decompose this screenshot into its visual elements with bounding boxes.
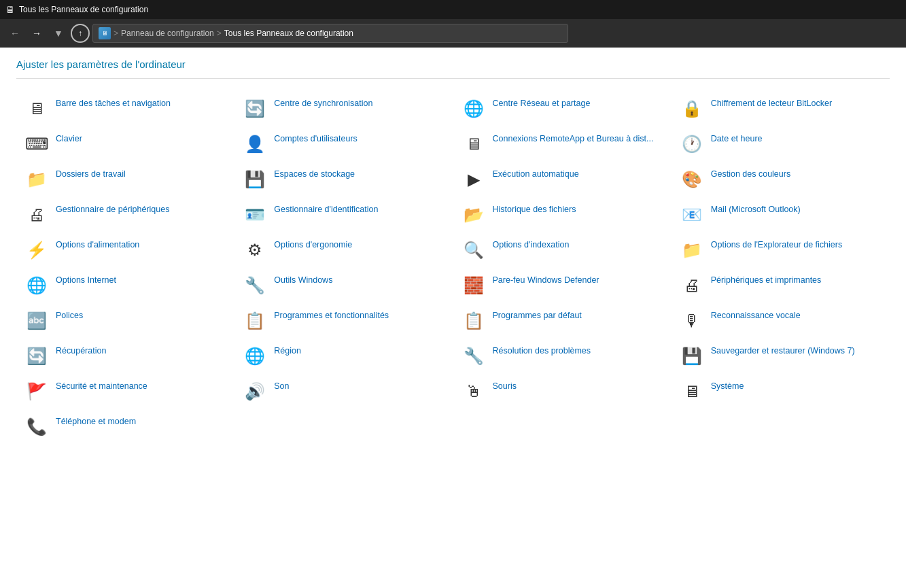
cp-item-icon-gestionnaire-peripheriques: 🖨 bbox=[24, 203, 49, 227]
cp-item-label-systeme: Système bbox=[711, 379, 744, 392]
cp-item-sauvegarder-restaurer[interactable]: 💾Sauvegarder et restaurer (Windows 7) bbox=[672, 339, 890, 374]
cp-item-label-historique-fichiers: Historique des fichiers bbox=[493, 203, 576, 215]
cp-item-securite-maintenance[interactable]: 🚩Sécurité et maintenance bbox=[16, 374, 234, 409]
cp-item-label-programmes-defaut: Programmes par défaut bbox=[493, 309, 582, 322]
cp-item-clavier[interactable]: ⌨Clavier bbox=[16, 126, 234, 162]
cp-item-options-alimentation[interactable]: ⚡Options d'alimentation bbox=[16, 232, 234, 268]
cp-item-chiffrement-bitlocker[interactable]: 🔒Chiffrement de lecteur BitLocker bbox=[672, 91, 890, 126]
cp-item-label-telephone-modem: Téléphone et modem bbox=[56, 415, 136, 428]
cp-item-peripheriques-imprimantes[interactable]: 🖨Périphériques et imprimantes bbox=[672, 268, 890, 303]
back-button[interactable]: ← bbox=[5, 24, 24, 43]
cp-item-icon-execution-automatique: ▶ bbox=[461, 167, 486, 192]
cp-item-options-indexation[interactable]: 🔍Options d'indexation bbox=[453, 232, 672, 268]
cp-item-systeme[interactable]: 🖥Système bbox=[672, 374, 890, 409]
cp-item-icon-polices: 🔤 bbox=[24, 309, 49, 333]
cp-item-label-souris: Souris bbox=[493, 379, 517, 392]
cp-item-options-internet[interactable]: 🌐Options Internet bbox=[16, 268, 234, 303]
cp-item-label-programmes-fonctionnalites: Programmes et fonctionnalités bbox=[274, 309, 389, 322]
cp-item-icon-connexions-remoteapp: 🖥 bbox=[461, 132, 486, 156]
cp-item-centre-synchronisation[interactable]: 🔄Centre de synchronisation bbox=[234, 91, 453, 126]
cp-item-options-ergonomie[interactable]: ⚙Options d'ergonomie bbox=[234, 232, 453, 268]
cp-item-pare-feu[interactable]: 🧱Pare-feu Windows Defender bbox=[453, 268, 672, 303]
cp-item-historique-fichiers[interactable]: 📂Historique des fichiers bbox=[453, 197, 672, 232]
cp-item-icon-espaces-stockage: 💾 bbox=[243, 167, 267, 192]
cp-item-connexions-remoteapp[interactable]: 🖥Connexions RemoteApp et Bureau à dist..… bbox=[453, 126, 672, 162]
cp-item-options-explorateur[interactable]: 📁Options de l'Explorateur de fichiers bbox=[672, 232, 890, 268]
cp-item-mail-outlook[interactable]: 📧Mail (Microsoft Outlook) bbox=[672, 197, 890, 232]
titlebar-icon: 🖥 bbox=[5, 4, 15, 15]
cp-item-gestionnaire-peripheriques[interactable]: 🖨Gestionnaire de périphériques bbox=[16, 197, 234, 232]
cp-item-son[interactable]: 🔊Son bbox=[234, 374, 453, 409]
dropdown-button[interactable]: ▼ bbox=[49, 24, 68, 43]
cp-item-centre-reseau[interactable]: 🌐Centre Réseau et partage bbox=[453, 91, 672, 126]
cp-item-gestionnaire-identification[interactable]: 🪪Gestionnaire d'identification bbox=[234, 197, 453, 232]
up-button[interactable]: ↑ bbox=[71, 24, 90, 43]
cp-item-icon-date-heure: 🕐 bbox=[680, 132, 704, 156]
cp-item-icon-reconnaissance-vocale: 🎙 bbox=[680, 309, 704, 333]
cp-item-icon-options-alimentation: ⚡ bbox=[24, 238, 49, 262]
cp-item-programmes-defaut[interactable]: 📋Programmes par défaut bbox=[453, 303, 672, 339]
cp-item-label-centre-reseau: Centre Réseau et partage bbox=[493, 97, 591, 109]
cp-item-icon-centre-reseau: 🌐 bbox=[461, 97, 486, 121]
cp-item-icon-pare-feu: 🧱 bbox=[461, 273, 486, 298]
cp-item-resolution-problemes[interactable]: 🔧Résolution des problèmes bbox=[453, 339, 672, 374]
cp-item-icon-dossiers-travail: 📁 bbox=[24, 167, 49, 192]
cp-item-label-chiffrement-bitlocker: Chiffrement de lecteur BitLocker bbox=[711, 97, 832, 109]
cp-item-icon-souris: 🖱 bbox=[461, 379, 486, 404]
forward-button[interactable]: → bbox=[27, 24, 46, 43]
cp-item-icon-telephone-modem: 📞 bbox=[24, 415, 49, 439]
cp-item-label-securite-maintenance: Sécurité et maintenance bbox=[56, 379, 147, 392]
cp-item-execution-automatique[interactable]: ▶Exécution automatique bbox=[453, 162, 672, 197]
breadcrumb-icon: 🖥 bbox=[99, 27, 111, 39]
cp-item-icon-outils-windows: 🔧 bbox=[243, 273, 267, 298]
cp-item-icon-son: 🔊 bbox=[243, 379, 267, 404]
cp-item-telephone-modem[interactable]: 📞Téléphone et modem bbox=[16, 409, 234, 445]
cp-item-gestion-couleurs[interactable]: 🎨Gestion des couleurs bbox=[672, 162, 890, 197]
cp-item-icon-options-ergonomie: ⚙ bbox=[243, 238, 267, 262]
cp-item-label-reconnaissance-vocale: Reconnaissance vocale bbox=[711, 309, 801, 322]
cp-item-label-son: Son bbox=[274, 379, 289, 392]
cp-item-icon-region: 🌐 bbox=[243, 344, 267, 368]
cp-item-comptes-utilisateurs[interactable]: 👤Comptes d'utilisateurs bbox=[234, 126, 453, 162]
cp-item-icon-programmes-defaut: 📋 bbox=[461, 309, 486, 333]
cp-item-icon-options-indexation: 🔍 bbox=[461, 238, 486, 262]
cp-item-icon-peripheriques-imprimantes: 🖨 bbox=[680, 273, 704, 298]
breadcrumb-item-1[interactable]: Panneau de configuration bbox=[121, 29, 214, 38]
cp-item-label-centre-synchronisation: Centre de synchronisation bbox=[274, 97, 372, 109]
cp-item-label-dossiers-travail: Dossiers de travail bbox=[56, 167, 126, 180]
cp-item-icon-barre-taches: 🖥 bbox=[24, 97, 49, 121]
cp-item-icon-resolution-problemes: 🔧 bbox=[461, 344, 486, 368]
cp-item-recuperation[interactable]: 🔄Récupération bbox=[16, 339, 234, 374]
cp-item-outils-windows[interactable]: 🔧Outils Windows bbox=[234, 268, 453, 303]
cp-item-label-comptes-utilisateurs: Comptes d'utilisateurs bbox=[274, 132, 358, 145]
cp-item-label-connexions-remoteapp: Connexions RemoteApp et Bureau à dist... bbox=[493, 132, 654, 145]
cp-item-souris[interactable]: 🖱Souris bbox=[453, 374, 672, 409]
cp-item-icon-recuperation: 🔄 bbox=[24, 344, 49, 368]
cp-item-label-region: Région bbox=[274, 344, 301, 357]
cp-item-label-pare-feu: Pare-feu Windows Defender bbox=[493, 273, 599, 286]
cp-item-dossiers-travail[interactable]: 📁Dossiers de travail bbox=[16, 162, 234, 197]
cp-item-date-heure[interactable]: 🕐Date et heure bbox=[672, 126, 890, 162]
cp-item-reconnaissance-vocale[interactable]: 🎙Reconnaissance vocale bbox=[672, 303, 890, 339]
cp-item-region[interactable]: 🌐Région bbox=[234, 339, 453, 374]
cp-item-label-gestion-couleurs: Gestion des couleurs bbox=[711, 167, 790, 180]
cp-item-label-execution-automatique: Exécution automatique bbox=[493, 167, 579, 180]
cp-item-espaces-stockage[interactable]: 💾Espaces de stockage bbox=[234, 162, 453, 197]
cp-item-icon-options-explorateur: 📁 bbox=[680, 238, 704, 262]
divider bbox=[16, 78, 890, 79]
cp-item-label-espaces-stockage: Espaces de stockage bbox=[274, 167, 355, 180]
cp-item-label-gestionnaire-identification: Gestionnaire d'identification bbox=[274, 203, 378, 215]
cp-item-label-peripheriques-imprimantes: Périphériques et imprimantes bbox=[711, 273, 822, 286]
cp-item-programmes-fonctionnalites[interactable]: 📋Programmes et fonctionnalités bbox=[234, 303, 453, 339]
cp-item-polices[interactable]: 🔤Polices bbox=[16, 303, 234, 339]
cp-item-label-date-heure: Date et heure bbox=[711, 132, 763, 145]
titlebar-title: Tous les Panneaux de configuration bbox=[19, 5, 148, 14]
cp-item-icon-centre-synchronisation: 🔄 bbox=[243, 97, 267, 121]
cp-item-barre-taches[interactable]: 🖥Barre des tâches et navigation bbox=[16, 91, 234, 126]
cp-item-label-polices: Polices bbox=[56, 309, 83, 322]
cp-item-icon-securite-maintenance: 🚩 bbox=[24, 379, 49, 404]
cp-item-icon-chiffrement-bitlocker: 🔒 bbox=[680, 97, 704, 121]
cp-item-label-mail-outlook: Mail (Microsoft Outlook) bbox=[711, 203, 801, 215]
items-grid: 🖥Barre des tâches et navigation🔄Centre d… bbox=[16, 91, 890, 445]
cp-item-icon-historique-fichiers: 📂 bbox=[461, 203, 486, 227]
